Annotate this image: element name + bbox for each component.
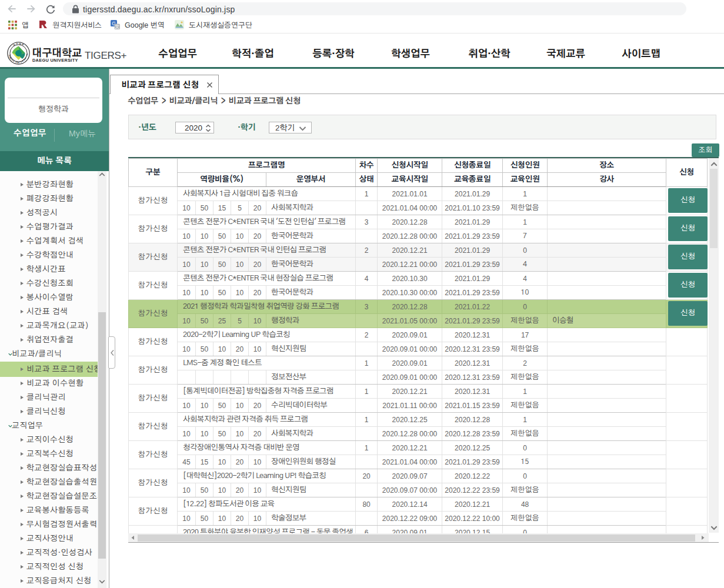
svg-text:文: 文 — [115, 24, 119, 29]
svg-text:V: V — [21, 61, 22, 64]
svg-text:N: N — [18, 62, 19, 64]
svg-text:U: U — [13, 60, 14, 62]
svg-text:U: U — [16, 61, 17, 64]
svg-text:Y: Y — [27, 54, 28, 56]
